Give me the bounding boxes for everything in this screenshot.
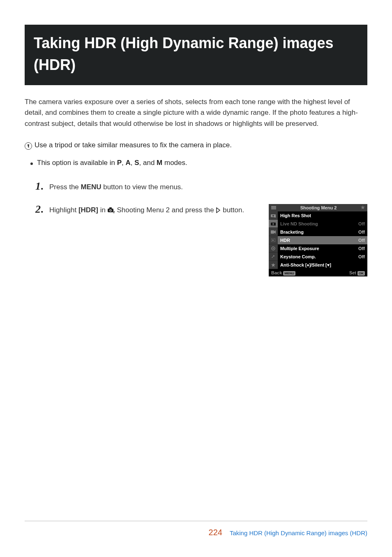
- camera-tab-star[interactable]: [269, 261, 278, 269]
- separator: ,: [131, 159, 134, 167]
- svg-rect-14: [271, 230, 274, 234]
- svg-point-17: [273, 248, 274, 249]
- menu-item-high-res-shot[interactable]: High Res Shot: [278, 211, 367, 220]
- chevron-right-icon: [216, 206, 221, 216]
- step-1: 1. Press the MENU button to view the men…: [35, 181, 367, 193]
- menu-button-ref: MENU: [81, 183, 101, 191]
- bullet-row: This option is available in P, A, S, and…: [30, 159, 367, 167]
- svg-text:2: 2: [274, 224, 276, 226]
- step-number: 1.: [35, 181, 46, 193]
- menu-item-label: HDR: [280, 238, 290, 243]
- menu-pill-icon: MENU: [283, 271, 295, 276]
- step-1-body: Press the MENU button to view the menus.: [49, 181, 183, 193]
- hdr-option-ref: [HDR]: [78, 206, 98, 214]
- bullet-suffix: modes.: [162, 159, 187, 167]
- svg-rect-6: [271, 207, 276, 208]
- menu-item-value: Off: [358, 221, 365, 226]
- camera-tab-2[interactable]: 2: [269, 220, 278, 228]
- page-number: 224: [209, 528, 222, 537]
- menu-item-label: High Res Shot: [280, 213, 311, 218]
- separator: , and: [139, 159, 157, 167]
- menu-item-hdr[interactable]: HDROff: [278, 236, 367, 244]
- menu-item-label: Keystone Comp.: [280, 254, 316, 259]
- svg-rect-1: [109, 207, 112, 209]
- page-title: Taking HDR (High Dynamic Range) images (…: [34, 32, 358, 76]
- menu-item-value: Off: [358, 238, 365, 243]
- mode-a: A: [125, 159, 130, 167]
- intro-paragraph: The camera varies exposure over a series…: [25, 97, 367, 130]
- menu-item-label: Bracketing: [280, 230, 304, 234]
- camera2-icon: 2: [108, 206, 115, 216]
- svg-point-9: [272, 215, 274, 216]
- hamburger-icon: [271, 205, 276, 210]
- note-row: Use a tripod or take similar measures to…: [25, 141, 367, 150]
- mode-p: P: [117, 159, 122, 167]
- svg-point-12: [272, 223, 274, 225]
- mode-s: S: [134, 159, 139, 167]
- set-label: SetOK: [349, 270, 365, 275]
- step-2-body: Highlight [HDR] in 2 Shooting Menu 2 and…: [49, 204, 244, 216]
- menu-item-value: Off: [358, 254, 365, 259]
- step-suffix: button to view the menus.: [101, 183, 183, 191]
- camera-menu-list: High Res Shot Live ND ShootingOff Bracke…: [278, 211, 367, 269]
- menu-item-value: Off: [358, 246, 365, 251]
- svg-text:2: 2: [113, 210, 115, 213]
- camera-menu-header: Shooting Menu 2: [269, 204, 367, 211]
- menu-item-label: Multiple Exposure: [280, 246, 319, 251]
- menu-item-live-nd[interactable]: Live ND ShootingOff: [278, 220, 367, 228]
- camera-tab-video[interactable]: [269, 228, 278, 236]
- bullet-text: This option is available in P, A, S, and…: [37, 159, 187, 167]
- camera-tab-wrench[interactable]: [269, 253, 278, 261]
- camera-menu-tabs: 1 2: [269, 211, 278, 269]
- page-footer: 224 Taking HDR (High Dynamic Range) imag…: [25, 521, 367, 537]
- svg-rect-7: [271, 209, 276, 209]
- menu-item-value: Off: [358, 230, 365, 234]
- info-icon: [25, 142, 32, 150]
- menu-item-label: Anti-Shock [♦]/Silent [♥]: [280, 262, 331, 267]
- svg-rect-5: [271, 206, 276, 207]
- star-icon: [361, 205, 365, 210]
- bullet-dot-icon: [30, 162, 33, 165]
- camera-menu-footer: BackMENU SetOK: [269, 269, 367, 276]
- menu-item-keystone[interactable]: Keystone Comp.Off: [278, 253, 367, 261]
- bullet-prefix: This option is available in: [37, 159, 117, 167]
- back-label: BackMENU: [271, 270, 295, 275]
- step-2: 2. Highlight [HDR] in 2 Shooting Menu 2 …: [35, 204, 367, 276]
- svg-point-3: [110, 210, 111, 211]
- menu-item-bracketing[interactable]: BracketingOff: [278, 228, 367, 236]
- mode-m: M: [157, 159, 162, 167]
- page-title-block: Taking HDR (High Dynamic Range) images (…: [25, 25, 367, 85]
- menu-item-multiple-exposure[interactable]: Multiple ExposureOff: [278, 244, 367, 253]
- note-text: Use a tripod or take similar measures to…: [35, 141, 232, 149]
- step-suffix: Shooting Menu 2 and press the: [115, 206, 216, 214]
- step-suffix2: button.: [221, 206, 244, 214]
- menu-item-label: Live ND Shooting: [280, 221, 318, 226]
- step-number: 2.: [35, 204, 46, 216]
- footer-link[interactable]: Taking HDR (High Dynamic Range) images (…: [230, 529, 367, 536]
- camera-tab-playback[interactable]: [269, 236, 278, 244]
- svg-text:1: 1: [274, 216, 276, 218]
- ok-pill-icon: OK: [357, 271, 365, 276]
- menu-item-anti-shock[interactable]: Anti-Shock [♦]/Silent [♥]: [278, 261, 367, 269]
- step-prefix: Highlight: [49, 206, 78, 214]
- camera-tab-1[interactable]: 1: [269, 211, 278, 220]
- step-mid: in: [98, 206, 108, 214]
- step-prefix: Press the: [49, 183, 81, 191]
- camera-tab-gear[interactable]: [269, 244, 278, 253]
- camera-menu-title: Shooting Menu 2: [276, 205, 361, 210]
- camera-menu-screenshot: Shooting Menu 2 1 2 High Res Shot: [269, 204, 367, 276]
